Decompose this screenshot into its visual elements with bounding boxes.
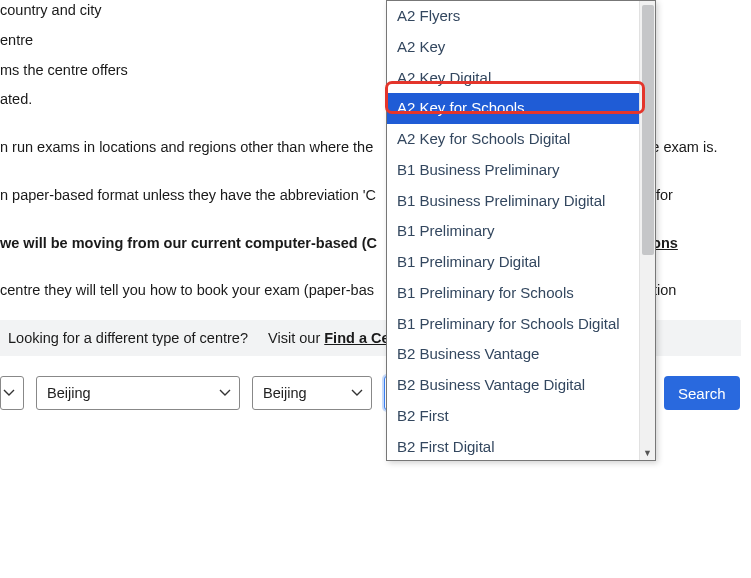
search-button[interactable]: Search [664,376,740,410]
select-city[interactable]: Beijing [252,376,372,410]
exam-option[interactable]: B2 First [387,401,655,432]
link-find-centre[interactable]: Find a Ce [324,330,389,346]
scrollbar-thumb[interactable] [642,5,654,255]
exam-option[interactable]: B2 First Digital [387,432,655,462]
select-country[interactable] [0,376,24,410]
exam-option[interactable]: B1 Business Preliminary [387,155,655,186]
select-region[interactable]: Beijing [36,376,240,410]
exam-option[interactable]: B1 Preliminary for Schools Digital [387,309,655,340]
exam-option[interactable]: B2 Business Vantage Digital [387,370,655,401]
exam-dropdown-list[interactable]: A2 FlyersA2 KeyA2 Key DigitalA2 Key for … [386,0,656,461]
exam-option[interactable]: B1 Preliminary Digital [387,247,655,278]
exam-option[interactable]: A2 Key Digital [387,63,655,94]
exam-option[interactable]: A2 Key for Schools Digital [387,124,655,155]
scroll-down-icon[interactable]: ▼ [640,446,655,460]
exam-option[interactable]: B2 Business Vantage [387,339,655,370]
exam-option[interactable]: A2 Key for Schools [387,93,655,124]
exam-option[interactable]: A2 Key [387,32,655,63]
exam-option[interactable]: B1 Preliminary for Schools [387,278,655,309]
dropdown-scrollbar[interactable]: ▼ [639,1,655,460]
exam-option[interactable]: B1 Preliminary [387,216,655,247]
exam-option[interactable]: A2 Flyers [387,1,655,32]
exam-option[interactable]: B1 Business Preliminary Digital [387,186,655,217]
